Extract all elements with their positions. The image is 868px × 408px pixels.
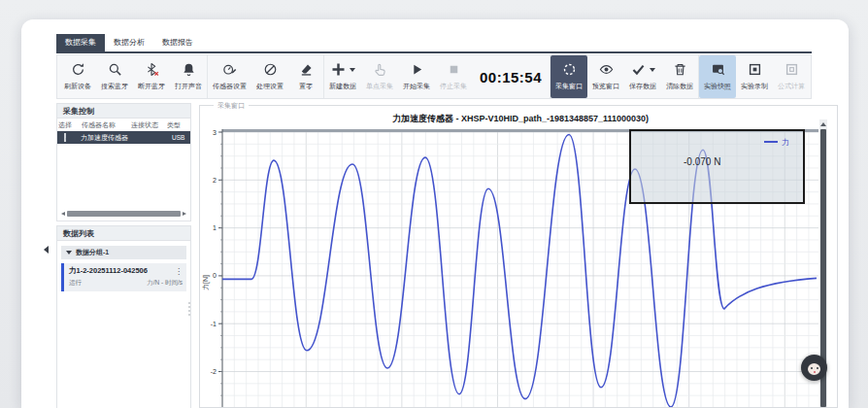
sensor-column-header: 选择 [58,120,82,130]
sensor-column-header: 传感器名称 [82,120,131,130]
data-item-status: 运行 [69,279,82,288]
formula-icon [785,62,799,77]
assistant-float-button[interactable] [801,355,827,381]
process-icon [263,62,278,77]
bluetooth-off-icon [145,62,159,77]
toolbar: 刷新设备 搜索蓝牙 断开蓝牙 打开声音 传感器设置 处理设置 置零 新建数据 单… [56,54,812,99]
sensor-table-header: 选择传感器名称连接状态类型 [57,119,190,131]
tool-search-button[interactable]: 搜索蓝牙 [96,55,133,98]
tool-formula-button[interactable]: 公式计算 [773,55,810,98]
panel-resize-handle[interactable] [187,300,191,318]
tree-expand-icon[interactable] [66,251,72,255]
tool-label: 置零 [299,82,313,90]
sensor-table-hscrollbar [59,210,188,218]
tool-label: 处理设置 [256,82,284,90]
tool-dashed-circle-button[interactable]: 采集窗口 [551,55,587,98]
plus-icon [331,62,346,77]
zero-icon [299,62,314,77]
tool-label: 搜索蓝牙 [101,82,128,90]
tool-point-button[interactable]: 单点采集 [361,55,398,98]
tool-label: 保存数据 [629,82,656,90]
tool-refresh-button[interactable]: 刷新设备 [59,55,96,98]
acquisition-control-panel: 采集控制 选择传感器名称连接状态类型 力加速度传感器 USB [56,103,191,221]
tool-play-button[interactable]: 开始采集 [398,55,435,98]
tool-bluetooth-off-button[interactable]: 断开蓝牙 [133,55,170,98]
tab-1[interactable]: 数据采集 [56,34,105,51]
y-tick-label: 2 [213,177,217,184]
panel-collapse-arrow[interactable] [41,243,52,255]
y-tick-label: -2 [211,368,217,375]
tool-plus-button[interactable]: 新建数据 [324,55,361,98]
tool-label: 实验录制 [741,82,768,90]
tool-zero-button[interactable]: 置零 [288,55,323,98]
y-tick-label: 1 [213,224,217,231]
tool-label: 打开声音 [175,82,202,90]
chart-panel: 采集窗口 力加速度传感器 - XHSP-V10HID_path_-1981348… [199,105,838,408]
hscroll-left-arrow[interactable] [59,210,67,218]
tool-trash-button[interactable]: 清除数据 [661,55,698,98]
acquisition-timer: 00:15:54 [472,55,550,98]
tool-check-button[interactable]: 保存数据 [624,55,661,98]
data-list-item[interactable]: 力1-2-20251112-042506 ⋮ 运行 力/N - 时间/s [61,263,186,291]
toolbar-group: 传感器设置 处理设置 置零 [207,55,323,98]
sensor-name: 力加速度传感器 [81,133,130,143]
y-tick-label: 3 [213,129,217,136]
desktop-background: 数据采集数据分析数据报告 刷新设备 搜索蓝牙 断开蓝牙 打开声音 传感器设置 处… [0,0,868,408]
sensor-column-header: 连接状态 [131,120,167,130]
tool-label: 传感器设置 [213,82,247,90]
sensor-table-row[interactable]: 力加速度传感器 USB [57,131,190,144]
snapshot-icon [711,62,725,77]
tool-eye-button[interactable]: 预览窗口 [587,55,624,98]
tool-sensor-button[interactable]: 传感器设置 [208,55,251,98]
tab-bar: 数据采集数据分析数据报告 [56,34,202,51]
data-list-panel: 数据列表 数据分组-1 力1-2-20251112-042506 ⋮ 运行 力/… [56,225,191,408]
trash-icon [673,62,687,77]
record-icon [748,62,762,77]
data-group-row[interactable]: 数据分组-1 [61,246,186,259]
item-menu-icon[interactable]: ⋮ [175,268,183,275]
toolbar-group: 刷新设备 搜索蓝牙 断开蓝牙 打开声音 [59,55,207,98]
tool-label: 单点采集 [366,82,393,90]
tab-3[interactable]: 数据报告 [153,34,202,51]
tool-label: 停止采集 [440,82,467,90]
acquisition-control-title: 采集控制 [57,104,190,119]
chart-canvas[interactable]: 力加速度传感器 - XHSP-V10HID_path_-1981348857_1… [200,106,837,407]
app-window: 数据采集数据分析数据报告 刷新设备 搜索蓝牙 断开蓝牙 打开声音 传感器设置 处… [21,19,849,408]
dashed-circle-icon [562,62,577,77]
sensor-type: USB [166,134,190,141]
refresh-icon [71,62,85,77]
stop-icon [447,62,461,77]
tool-stop-button[interactable]: 停止采集 [435,55,472,98]
tool-label: 开始采集 [403,82,430,90]
toolbar-group: 新建数据 单点采集 开始采集 停止采集00:15:54 [323,55,550,98]
tab-2[interactable]: 数据分析 [105,34,153,51]
tool-label: 新建数据 [329,82,356,90]
tool-label: 刷新设备 [64,82,91,90]
tool-label: 实验快照 [704,82,731,90]
check-icon [631,62,646,77]
tool-label: 清除数据 [666,82,693,90]
chart-title: 力加速度传感器 - XHSP-V10HID_path_-1981348857_1… [391,114,649,123]
annotation-value: -0.070 N [684,156,720,167]
tool-label: 公式计算 [778,82,805,90]
hscroll-right-arrow[interactable] [181,210,188,218]
data-item-title: 力1-2-20251112-042506 [69,266,148,276]
sensor-icon [222,62,237,77]
play-icon [410,62,424,77]
chevron-down-icon[interactable] [350,68,355,72]
chevron-down-icon[interactable] [650,68,655,72]
data-list-title: 数据列表 [57,226,190,241]
tool-process-button[interactable]: 处理设置 [251,55,288,98]
data-group-label: 数据分组-1 [76,248,109,257]
tool-record-button[interactable]: 实验录制 [736,55,773,98]
legend-label: 力 [782,138,789,147]
point-icon [373,62,387,77]
hscroll-thumb[interactable] [67,211,181,217]
tool-snapshot-button[interactable]: 实验快照 [699,55,736,98]
toolbar-group: 实验快照 实验录制 公式计算 [698,55,810,98]
toolbar-group: 采集窗口 预览窗口 保存数据 清除数据 [550,55,698,98]
tool-label: 断开蓝牙 [138,82,165,90]
tool-bell-button[interactable]: 打开声音 [170,55,207,98]
sensor-checkbox[interactable] [64,133,66,142]
assistant-avatar-icon [808,363,820,375]
